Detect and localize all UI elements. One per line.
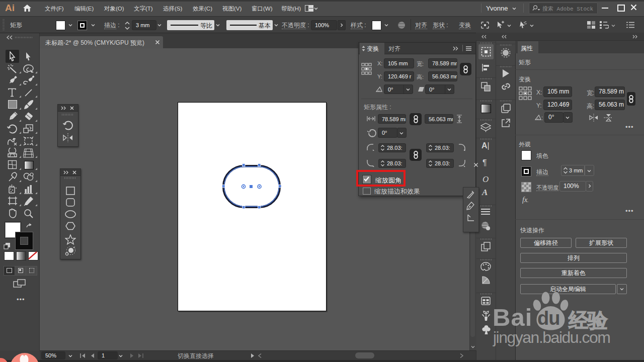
svg-text:du: du [537,308,559,329]
